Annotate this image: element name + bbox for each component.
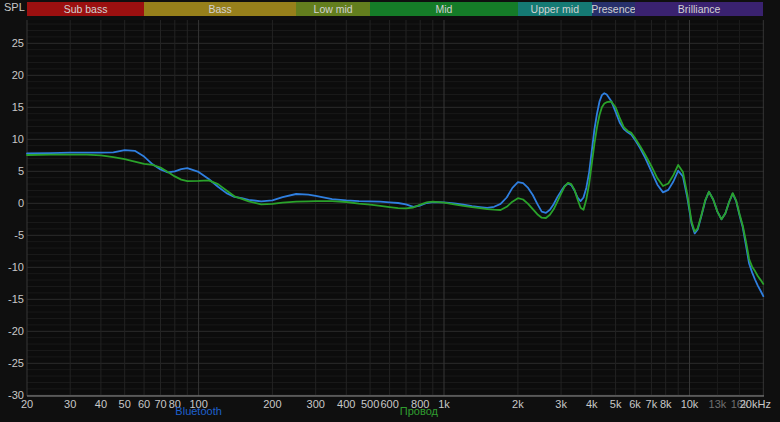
x-tick-6k: 6k — [629, 398, 641, 410]
x-tick-13k: 13k — [709, 398, 727, 410]
x-tick-200: 200 — [263, 398, 281, 410]
x-tick-10k: 10k — [681, 398, 699, 410]
x-tick-2k: 2k — [512, 398, 524, 410]
x-tick-5k: 5k — [610, 398, 622, 410]
y-tick-25: 25 — [0, 37, 24, 49]
x-tick-30: 30 — [64, 398, 76, 410]
y-tick--20: -20 — [0, 325, 24, 337]
x-tick-500: 500 — [361, 398, 379, 410]
x-tick-3k: 3k — [555, 398, 567, 410]
x-tick-1k: 1k — [438, 398, 450, 410]
x-tick-70: 70 — [154, 398, 166, 410]
frequency-response-chart: SPL Sub bassBassLow midMidUpper midPrese… — [0, 0, 780, 422]
x-tick-8k: 8k — [660, 398, 672, 410]
legend-bluetooth: Bluetooth — [175, 405, 221, 417]
x-tick-20: 20 — [21, 398, 33, 410]
y-tick--15: -15 — [0, 293, 24, 305]
x-tick-600: 600 — [380, 398, 398, 410]
x-tick-50: 50 — [119, 398, 131, 410]
y-tick-15: 15 — [0, 101, 24, 113]
y-tick-0: 0 — [0, 197, 24, 209]
x-tick-300: 300 — [307, 398, 325, 410]
x-tick-20kHz: 20kHz — [740, 398, 771, 410]
legend-wired: Провод — [400, 405, 438, 417]
plot-area — [0, 0, 780, 422]
x-tick-60: 60 — [138, 398, 150, 410]
y-tick-20: 20 — [0, 69, 24, 81]
y-tick--25: -25 — [0, 357, 24, 369]
x-tick-40: 40 — [95, 398, 107, 410]
y-tick--5: -5 — [0, 229, 24, 241]
x-tick-7k: 7k — [646, 398, 658, 410]
x-tick-400: 400 — [337, 398, 355, 410]
y-tick-10: 10 — [0, 133, 24, 145]
y-tick-5: 5 — [0, 165, 24, 177]
y-tick--10: -10 — [0, 261, 24, 273]
x-tick-4k: 4k — [586, 398, 598, 410]
